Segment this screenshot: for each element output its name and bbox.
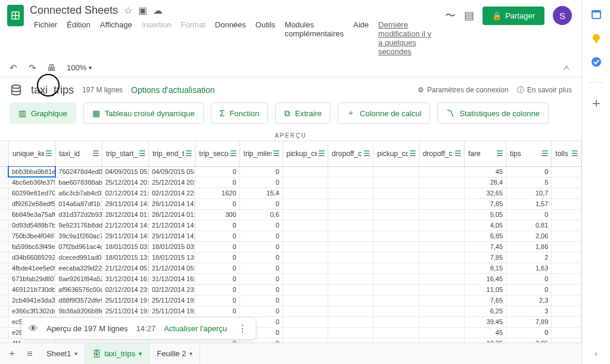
cell[interactable]: 2,06 bbox=[506, 231, 552, 241]
cell[interactable] bbox=[374, 241, 419, 252]
cell[interactable] bbox=[282, 220, 328, 231]
cell[interactable] bbox=[282, 338, 328, 343]
cell[interactable] bbox=[282, 273, 328, 284]
comments-icon[interactable]: ▤ bbox=[464, 9, 474, 22]
column-header-trip_miles[interactable]: trip_miles☰ bbox=[239, 141, 282, 166]
sheet-tab-taxi_trips[interactable]: 🗄taxi_trips▾ bbox=[85, 343, 150, 364]
cell[interactable]: 29/11/2014 14:4 bbox=[149, 231, 195, 241]
sheets-logo[interactable] bbox=[7, 5, 24, 26]
cell[interactable]: 0 bbox=[239, 284, 282, 295]
filter-icon[interactable]: ☰ bbox=[453, 149, 462, 158]
cell[interactable] bbox=[328, 295, 374, 306]
cell[interactable] bbox=[374, 166, 419, 177]
cell[interactable]: d31d372d2b930 bbox=[55, 209, 102, 220]
column-header-trip_start_[interactable]: trip_start_☰ bbox=[102, 141, 148, 166]
cell[interactable]: 0 bbox=[506, 284, 552, 295]
cell[interactable]: d88f9f3572dfe9 bbox=[55, 295, 102, 306]
menu-modules complémentaires[interactable]: Modules complémentaires bbox=[281, 18, 348, 58]
cell[interactable]: 0 bbox=[239, 241, 282, 252]
cell[interactable]: 3 bbox=[506, 306, 552, 316]
table-row[interactable]: 750b3be4f0487139c9a1f260ac729/11/2014 14… bbox=[0, 231, 581, 241]
cell[interactable] bbox=[328, 273, 374, 284]
filter-icon[interactable]: ☰ bbox=[184, 149, 192, 158]
column-header-unique_ke[interactable]: unique_ke☰ bbox=[8, 141, 55, 166]
cell[interactable]: 25/12/2014 20:0 bbox=[149, 177, 195, 188]
cell[interactable]: 5 bbox=[506, 177, 552, 188]
cell[interactable] bbox=[282, 198, 328, 209]
cell[interactable] bbox=[419, 263, 464, 273]
cell[interactable]: 0 bbox=[239, 166, 282, 177]
cell[interactable] bbox=[282, 284, 328, 295]
calendar-addon-icon[interactable] bbox=[590, 8, 602, 20]
cell[interactable] bbox=[374, 316, 419, 327]
cell[interactable]: 11,05 bbox=[464, 284, 506, 295]
cell[interactable]: 0 bbox=[195, 284, 239, 295]
cell[interactable] bbox=[374, 273, 419, 284]
filter-icon[interactable]: ☰ bbox=[91, 149, 99, 158]
cell[interactable]: 1620 bbox=[195, 188, 239, 198]
cell[interactable]: 18/01/2015 13:3 bbox=[102, 252, 148, 263]
cell[interactable]: af9636576c00a bbox=[55, 284, 102, 295]
undo-button[interactable]: ↶ bbox=[7, 63, 19, 73]
cell[interactable]: 6,85 bbox=[464, 231, 506, 241]
cell[interactable] bbox=[374, 338, 419, 343]
cell[interactable] bbox=[328, 263, 374, 273]
cell[interactable] bbox=[419, 306, 464, 316]
cell[interactable]: 0 bbox=[239, 306, 282, 316]
share-button[interactable]: 🔒 Partager bbox=[483, 7, 544, 25]
cell[interactable]: 39,45 bbox=[464, 316, 506, 327]
cell[interactable] bbox=[374, 327, 419, 338]
column-header-trip_end_t[interactable]: trip_end_t☰ bbox=[149, 141, 195, 166]
cell[interactable]: 21/12/2014 14:4 bbox=[102, 220, 148, 231]
learn-more-link[interactable]: ⓘ En savoir plus bbox=[517, 85, 572, 95]
cell[interactable] bbox=[282, 252, 328, 263]
filter-icon[interactable]: ☰ bbox=[138, 149, 146, 158]
cell[interactable]: 0 bbox=[195, 252, 239, 263]
collapse-toolbar-button[interactable]: ㅅ bbox=[562, 63, 571, 73]
cell[interactable] bbox=[419, 284, 464, 295]
cell[interactable] bbox=[328, 306, 374, 316]
table-row[interactable]: 4fbde41ee5e09eecaba329d22b21/12/2014 05:… bbox=[0, 263, 581, 273]
cell[interactable] bbox=[419, 252, 464, 263]
column-header-pickup_co[interactable]: pickup_co☰ bbox=[374, 141, 419, 166]
cell[interactable] bbox=[282, 166, 328, 177]
cell[interactable]: e366c3f1302dd bbox=[8, 306, 55, 316]
menu-données[interactable]: Données bbox=[211, 18, 250, 58]
cell[interactable]: 15,4 bbox=[239, 188, 282, 198]
cell[interactable]: fa599bc63f49e9 bbox=[8, 241, 55, 252]
menu-fichier[interactable]: Fichier bbox=[30, 18, 61, 58]
filter-icon[interactable]: ☰ bbox=[495, 149, 503, 158]
cell[interactable]: 18/01/2015 03:0 bbox=[102, 241, 148, 252]
cloud-status-icon[interactable]: ☁ bbox=[153, 5, 163, 16]
side-panel-toggle[interactable]: › bbox=[581, 343, 610, 364]
cell[interactable]: 2cb4941e3da32 bbox=[8, 295, 55, 306]
cell[interactable] bbox=[552, 284, 581, 295]
cell[interactable] bbox=[328, 284, 374, 295]
cell[interactable] bbox=[552, 220, 581, 231]
extract-button[interactable]: ⧉ Extraire bbox=[275, 102, 331, 124]
table-row[interactable]: 60299e81ed704a6c3cb7ab4c0302/12/2014 21:… bbox=[0, 188, 581, 198]
cell[interactable] bbox=[552, 295, 581, 306]
cell[interactable]: 25/11/2014 19:3 bbox=[149, 295, 195, 306]
connection-settings-link[interactable]: ⚙ Paramètres de connexion bbox=[418, 86, 509, 94]
column-header-trip_secon[interactable]: trip_secon☰ bbox=[195, 141, 239, 166]
cell[interactable]: 28/12/2014 01:4 bbox=[149, 209, 195, 220]
cell[interactable] bbox=[552, 188, 581, 198]
table-row[interactable]: 469121b730db8af9636576c00a02/12/2014 23:… bbox=[0, 284, 581, 295]
zoom-select[interactable]: 100% ▾ bbox=[64, 62, 94, 73]
cell[interactable] bbox=[328, 198, 374, 209]
sheet-tab-feuille-2[interactable]: Feuille 2▾ bbox=[150, 343, 200, 364]
cell[interactable]: 02/12/2014 23:4 bbox=[102, 284, 148, 295]
cell[interactable]: 18/01/2015 13:3 bbox=[149, 252, 195, 263]
cell[interactable] bbox=[282, 209, 328, 220]
cell[interactable] bbox=[282, 327, 328, 338]
move-icon[interactable]: ▣ bbox=[138, 5, 147, 16]
cell[interactable]: 0 bbox=[195, 177, 239, 188]
cell[interactable]: 1,57 bbox=[506, 198, 552, 209]
cell[interactable]: 5,05 bbox=[464, 209, 506, 220]
sheet-tab-sheet1[interactable]: Sheet1▾ bbox=[39, 343, 85, 364]
cell[interactable] bbox=[328, 241, 374, 252]
cell[interactable]: 6b849e3a75af6 bbox=[8, 209, 55, 220]
cell[interactable] bbox=[419, 188, 464, 198]
cell[interactable]: 2,3 bbox=[506, 295, 552, 306]
